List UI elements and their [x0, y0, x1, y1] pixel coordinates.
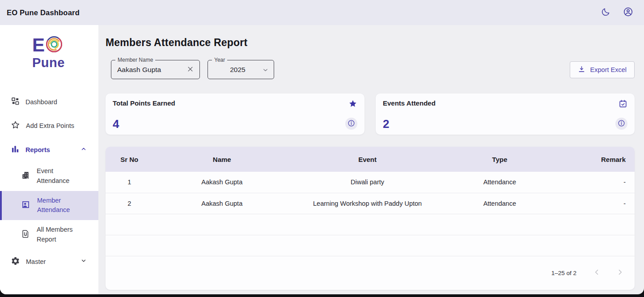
column-header-type: Type — [444, 147, 555, 172]
sidebar-item-dashboard[interactable]: Dashboard — [0, 90, 98, 114]
app-shell: E Pune — [0, 25, 644, 294]
sidebar-item-reports[interactable]: Reports — [0, 138, 98, 161]
sidebar-item-add-extra-points[interactable]: Add Extra Points — [0, 114, 98, 138]
topbar: EO Pune Dashboard — [0, 0, 644, 25]
cell-remark: - — [555, 193, 635, 214]
total-points-value: 4 — [113, 118, 119, 130]
logo-letter-e: E — [32, 36, 44, 55]
cell-sr-no: 1 — [106, 172, 153, 193]
member-name-field-label: Member Name — [115, 57, 155, 63]
member-badge-icon — [21, 200, 30, 211]
chevron-down-icon — [80, 258, 87, 265]
sidebar-item-label: Add Extra Points — [26, 122, 74, 129]
cell-sr-no: 2 — [106, 193, 153, 214]
chevron-down-icon — [262, 67, 269, 75]
column-header-remark: Remark — [555, 147, 635, 172]
cell-remark: - — [555, 172, 635, 193]
table-header-row: Sr No Name Event Type Remark — [106, 147, 635, 172]
sidebar-item-label: Reports — [25, 146, 50, 153]
column-header-event: Event — [291, 147, 444, 172]
year-select-value: 2025 — [230, 66, 245, 74]
app-title: EO Pune Dashboard — [7, 8, 80, 17]
gear-icon — [11, 256, 20, 267]
attendance-table-card: Sr No Name Event Type Remark 1 Aakash Gu… — [106, 147, 635, 290]
sidebar-item-label: All Members Report — [37, 225, 87, 245]
year-select[interactable]: Year 2025 — [208, 60, 274, 79]
table-row[interactable]: 1 Aakash Gupta Diwali party Attendance - — [106, 172, 635, 193]
info-icon — [347, 119, 355, 128]
previous-page-button[interactable] — [588, 264, 605, 281]
sidebar-item-all-members-report[interactable]: All Members Report — [0, 220, 98, 250]
account-icon — [623, 7, 633, 18]
next-page-button[interactable] — [611, 264, 628, 281]
sidebar-item-master[interactable]: Master — [0, 250, 98, 274]
card-title: Events Attended — [383, 99, 436, 107]
download-icon — [578, 65, 585, 74]
cell-name: Aakash Gupta — [153, 172, 291, 193]
topbar-actions — [597, 4, 636, 21]
file-clip-icon — [21, 229, 30, 240]
info-icon — [618, 119, 625, 128]
app-window: EO Pune Dashboard — [0, 0, 644, 294]
cell-event: Diwali party — [291, 172, 444, 193]
star-filled-icon — [348, 99, 357, 110]
eo-logo-swirl-icon — [45, 35, 64, 55]
clear-x-icon — [187, 66, 194, 74]
dark-mode-toggle[interactable] — [597, 4, 614, 21]
info-button[interactable] — [345, 118, 357, 130]
chevron-left-icon — [593, 268, 601, 278]
filter-row: Member Name Year 2025 — [106, 60, 635, 79]
column-header-sr-no: Sr No — [106, 147, 153, 172]
chevron-right-icon — [616, 268, 624, 278]
info-button[interactable] — [615, 118, 627, 130]
sidebar-item-member-attendance[interactable]: Member Attendance — [0, 191, 98, 221]
page-title: Members Attendance Report — [106, 37, 635, 49]
sidebar-item-event-attendance[interactable]: Event Attendance — [0, 161, 98, 191]
sidebar: E Pune — [0, 25, 98, 294]
table-pagination: 1–25 of 2 — [106, 256, 635, 290]
year-select-label: Year — [212, 57, 227, 63]
eo-pune-logo: E Pune — [0, 25, 98, 69]
star-outline-icon — [11, 120, 20, 131]
total-points-card: Total Points Earned 4 — [106, 93, 364, 135]
cell-name: Aakash Gupta — [153, 193, 291, 214]
sidebar-item-label: Master — [26, 258, 46, 265]
cell-type: Attendance — [444, 172, 555, 193]
dark-mode-moon-icon — [601, 7, 610, 18]
bar-chart-icon — [11, 144, 20, 155]
table-row[interactable]: 2 Aakash Gupta Learning Workshop with Pa… — [106, 193, 635, 214]
attendance-table: Sr No Name Event Type Remark 1 Aakash Gu… — [106, 147, 635, 256]
events-attended-card: Events Attended 2 — [376, 93, 635, 135]
empty-table-row — [106, 235, 635, 256]
empty-table-row — [106, 214, 635, 235]
sidebar-item-label: Event Attendance — [37, 166, 87, 186]
clear-member-button[interactable] — [185, 65, 195, 75]
dashboard-grid-icon — [11, 97, 20, 107]
calendar-check-icon — [619, 99, 627, 110]
sidebar-item-label: Member Attendance — [37, 196, 87, 216]
card-title: Total Points Earned — [113, 99, 175, 107]
sidebar-nav: Dashboard Add Extra Points — [0, 90, 98, 274]
logo-pune-text: Pune — [32, 56, 98, 69]
cell-event: Learning Workshop with Paddy Upton — [291, 193, 444, 214]
export-excel-label: Export Excel — [590, 66, 627, 73]
sidebar-item-label: Dashboard — [25, 98, 57, 106]
stat-cards: Total Points Earned 4 — [106, 93, 635, 135]
pagination-range-label: 1–25 of 2 — [551, 270, 576, 276]
account-button[interactable] — [620, 4, 636, 21]
member-name-input[interactable] — [111, 60, 178, 79]
export-excel-button[interactable]: Export Excel — [570, 61, 635, 78]
main-content: Members Attendance Report Member Name — [98, 25, 644, 294]
events-attended-value: 2 — [383, 118, 389, 130]
column-header-name: Name — [153, 147, 291, 172]
building-icon — [21, 171, 30, 181]
member-name-field[interactable]: Member Name — [111, 60, 200, 79]
chevron-up-icon — [80, 146, 87, 153]
cell-type: Attendance — [444, 193, 555, 214]
